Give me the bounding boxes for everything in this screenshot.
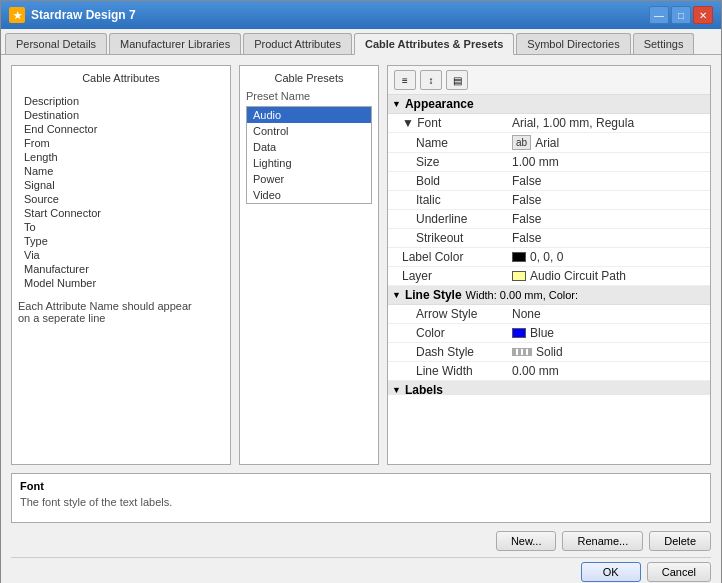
tab-product-attributes[interactable]: Product Attributes <box>243 33 352 54</box>
title-bar: ★ Stardraw Design 7 — □ ✕ <box>1 1 721 29</box>
list-item[interactable]: Via <box>22 248 220 262</box>
list-item[interactable]: Type <box>22 234 220 248</box>
minimize-button[interactable]: — <box>649 6 669 24</box>
arrow-style-label: Arrow Style <box>388 305 508 323</box>
triangle-labels: ▼ <box>392 385 401 395</box>
bold-label: Bold <box>388 172 508 190</box>
title-buttons: — □ ✕ <box>649 6 713 24</box>
cancel-button[interactable]: Cancel <box>647 562 711 582</box>
name-label: Name <box>388 134 508 152</box>
tab-personal-details[interactable]: Personal Details <box>5 33 107 54</box>
triangle-font: ▼ <box>402 116 417 130</box>
preset-list: Audio Control Data Lighting Power Video <box>246 106 372 204</box>
cable-presets-title: Cable Presets <box>246 72 372 84</box>
toolbar-az-button[interactable]: ↕ <box>420 70 442 90</box>
ok-cancel-row: OK Cancel <box>11 557 711 582</box>
close-button[interactable]: ✕ <box>693 6 713 24</box>
list-item[interactable]: Description <box>22 94 220 108</box>
strikeout-label: Strikeout <box>388 229 508 247</box>
tree-row-line-width: Line Width 0.00 mm <box>388 362 710 381</box>
ok-button[interactable]: OK <box>581 562 641 582</box>
cable-attributes-footnote: Each Attribute Name should appearon a se… <box>18 300 224 324</box>
dash-style-value[interactable]: Solid <box>508 343 710 361</box>
tab-cable-attributes-presets[interactable]: Cable Attributes & Presets <box>354 33 514 55</box>
list-item[interactable]: Name <box>22 164 220 178</box>
tab-symbol-directories[interactable]: Symbol Directories <box>516 33 630 54</box>
props-toolbar: ≡ ↕ ▤ <box>388 66 710 95</box>
toolbar-sort-button[interactable]: ≡ <box>394 70 416 90</box>
list-item[interactable]: End Connector <box>22 122 220 136</box>
group-appearance[interactable]: ▼ Appearance <box>388 95 710 114</box>
layer-value[interactable]: Audio Circuit Path <box>508 267 710 285</box>
underline-value[interactable]: False <box>508 210 710 228</box>
bold-value[interactable]: False <box>508 172 710 190</box>
list-item[interactable]: To <box>22 220 220 234</box>
preset-item-video[interactable]: Video <box>247 187 371 203</box>
action-buttons: New... Rename... Delete <box>11 531 711 551</box>
tree-row-label-color: Label Color 0, 0, 0 <box>388 248 710 267</box>
triangle-line-style: ▼ <box>392 290 401 300</box>
cable-presets-panel: Cable Presets Preset Name Audio Control … <box>239 65 379 465</box>
footer-area: New... Rename... Delete OK Cancel <box>11 531 711 582</box>
group-labels[interactable]: ▼ Labels <box>388 381 710 395</box>
line-color-swatch <box>512 328 526 338</box>
content-area: Cable Attributes Description Destination… <box>1 55 721 583</box>
font-label: ▼ Font <box>388 114 508 132</box>
tab-settings[interactable]: Settings <box>633 33 695 54</box>
tab-manufacturer-libraries[interactable]: Manufacturer Libraries <box>109 33 241 54</box>
toolbar-view-button[interactable]: ▤ <box>446 70 468 90</box>
preset-item-control[interactable]: Control <box>247 123 371 139</box>
group-line-style[interactable]: ▼ Line Style Width: 0.00 mm, Color: <box>388 286 710 305</box>
props-tree: ▼ Appearance ▼ Font Arial, 1.00 mm, Regu… <box>388 95 710 395</box>
cable-attributes-list: Description Destination End Connector Fr… <box>18 90 224 294</box>
label-color-label: Label Color <box>388 248 508 266</box>
properties-panel: ≡ ↕ ▤ ▼ Appearance ▼ Font Ar <box>387 65 711 465</box>
name-value[interactable]: ab Arial <box>508 133 710 152</box>
label-color-swatch <box>512 252 526 262</box>
strikeout-value[interactable]: False <box>508 229 710 247</box>
tree-row-layer: Layer Audio Circuit Path <box>388 267 710 286</box>
tree-row-name: Name ab Arial <box>388 133 710 153</box>
tree-row-arrow-style: Arrow Style None <box>388 305 710 324</box>
preset-item-data[interactable]: Data <box>247 139 371 155</box>
underline-label: Underline <box>388 210 508 228</box>
list-item[interactable]: Manufacturer <box>22 262 220 276</box>
italic-value[interactable]: False <box>508 191 710 209</box>
title-bar-left: ★ Stardraw Design 7 <box>9 7 136 23</box>
list-item[interactable]: Source <box>22 192 220 206</box>
window-title: Stardraw Design 7 <box>31 8 136 22</box>
cable-attributes-title: Cable Attributes <box>18 72 224 84</box>
rename-button[interactable]: Rename... <box>562 531 643 551</box>
preset-item-power[interactable]: Power <box>247 171 371 187</box>
layer-color-swatch <box>512 271 526 281</box>
list-item[interactable]: Start Connector <box>22 206 220 220</box>
list-item[interactable]: Length <box>22 150 220 164</box>
color-value[interactable]: Blue <box>508 324 710 342</box>
arrow-style-value[interactable]: None <box>508 305 710 323</box>
list-item[interactable]: Model Number <box>22 276 220 290</box>
tree-row-italic: Italic False <box>388 191 710 210</box>
line-style-summary: Width: 0.00 mm, Color: <box>466 289 578 301</box>
triangle-appearance: ▼ <box>392 99 401 109</box>
label-color-value[interactable]: 0, 0, 0 <box>508 248 710 266</box>
font-value: Arial, 1.00 mm, Regula <box>508 114 710 132</box>
size-value[interactable]: 1.00 mm <box>508 153 710 171</box>
cable-attributes-panel: Cable Attributes Description Destination… <box>11 65 231 465</box>
preset-item-audio[interactable]: Audio <box>247 107 371 123</box>
line-width-value[interactable]: 0.00 mm <box>508 362 710 380</box>
group-line-style-label: Line Style <box>405 288 462 302</box>
tree-row-color: Color Blue <box>388 324 710 343</box>
new-button[interactable]: New... <box>496 531 557 551</box>
maximize-button[interactable]: □ <box>671 6 691 24</box>
list-item[interactable]: Destination <box>22 108 220 122</box>
preset-item-lighting[interactable]: Lighting <box>247 155 371 171</box>
tree-row-size: Size 1.00 mm <box>388 153 710 172</box>
tab-bar: Personal Details Manufacturer Libraries … <box>1 29 721 55</box>
tree-row-bold: Bold False <box>388 172 710 191</box>
app-icon: ★ <box>9 7 25 23</box>
dash-style-label: Dash Style <box>388 343 508 361</box>
list-item[interactable]: Signal <box>22 178 220 192</box>
delete-button[interactable]: Delete <box>649 531 711 551</box>
list-item[interactable]: From <box>22 136 220 150</box>
line-width-label: Line Width <box>388 362 508 380</box>
